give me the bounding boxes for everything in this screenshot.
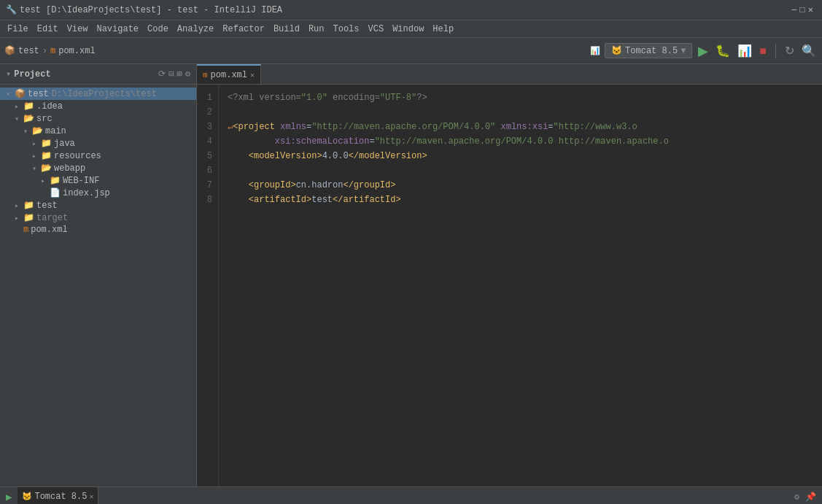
expand-all-icon[interactable]: ⊞ (177, 69, 182, 80)
editor-tabs: m pom.xml ✕ (197, 64, 822, 85)
code-line-4: xsi:schemaLocation="http://maven.apache.… (228, 134, 822, 149)
run-config-area: 📊 🐱 Tomcat 8.5 ▼ ▶ 🐛 📊 ■ ↻ 🔍 (590, 42, 818, 61)
menu-item-file[interactable]: File (3, 23, 33, 36)
menu-item-help[interactable]: Help (428, 23, 458, 36)
editor-area: m pom.xml ✕ 1 2 3 4 5 6 7 8 <?xml versio… (197, 64, 822, 486)
run-button[interactable]: ▶ (697, 42, 710, 61)
tree-label-src: src (36, 114, 53, 124)
breadcrumb-module[interactable]: test (18, 46, 39, 56)
run-tab-label: Tomcat 8.5 (34, 492, 87, 502)
tree-label-pomxml: pom.xml (31, 225, 67, 235)
tomcat-tab-icon: 🐱 (22, 492, 32, 501)
settings-icon[interactable]: ⚙ (185, 69, 190, 80)
menu-item-run[interactable]: Run (304, 23, 329, 36)
config-dropdown-icon: ▼ (681, 46, 686, 56)
module-icon: 📦 (4, 45, 15, 56)
title-bar: 🔧 test [D:\IdeaProjects\test] - test - I… (0, 0, 822, 20)
settings-icon-run[interactable]: ⚙ (794, 492, 799, 503)
sync-icon[interactable]: ⟳ (158, 69, 166, 80)
sidebar-header: ▾ Project ⟳ ⊟ ⊞ ⚙ (0, 64, 196, 85)
tree-label-java: java (54, 139, 75, 149)
toolbar: 📦 test › m pom.xml 📊 🐱 Tomcat 8.5 ▼ ▶ 🐛 … (0, 38, 822, 64)
tree-item-pomxml[interactable]: m pom.xml (0, 224, 196, 236)
folder-icon-target: 📁 (23, 212, 34, 223)
folder-icon-resources: 📁 (41, 150, 52, 161)
tree-label-root: test (28, 89, 49, 99)
tree-item-webinf[interactable]: ▸ 📁 WEB-INF (0, 174, 196, 187)
pom-icon: m (23, 225, 28, 235)
code-line-8: <artifactId>test</artifactId> (228, 193, 822, 207)
run-tab-tomcat[interactable]: 🐱 Tomcat 8.5 ✕ (18, 487, 98, 505)
window-title: test [D:\IdeaProjects\test] - test - Int… (20, 5, 282, 15)
title-icon: 🔧 (6, 4, 17, 15)
menu-item-build[interactable]: Build (269, 23, 304, 36)
debug-button[interactable]: 🐛 (714, 42, 732, 59)
collapse-all-icon[interactable]: ⊟ (168, 69, 174, 80)
menu-item-edit[interactable]: Edit (33, 23, 63, 36)
tree-item-target[interactable]: ▸ 📁 target (0, 212, 196, 224)
editor-content: 1 2 3 4 5 6 7 8 <?xml version="1.0" enco… (197, 85, 822, 486)
config-icon: 📊 (590, 46, 600, 55)
tree-item-java[interactable]: ▸ 📁 java (0, 137, 196, 150)
folder-icon-src: 📂 (23, 113, 34, 124)
folder-icon-java: 📁 (41, 138, 52, 149)
run-config-selector[interactable]: 🐱 Tomcat 8.5 ▼ (605, 43, 692, 58)
tree-item-src[interactable]: ▾ 📂 src (0, 112, 196, 125)
run-tab-close[interactable]: ✕ (89, 492, 93, 501)
tree-item-idea[interactable]: ▸ 📁 .idea (0, 100, 196, 112)
maximize-btn[interactable]: □ (800, 5, 805, 15)
tree-item-indexjsp[interactable]: 📄 index.jsp (0, 187, 196, 199)
menu-item-window[interactable]: Window (388, 23, 428, 36)
toolbar-sep (775, 44, 776, 58)
code-line-3: ↵<project xmlns="http://maven.apache.org… (228, 120, 822, 134)
menu-item-refactor[interactable]: Refactor (218, 23, 269, 36)
tree-label-webinf: WEB-INF (63, 176, 99, 186)
file-icon-jsp: 📄 (50, 187, 61, 198)
code-line-2 (228, 105, 822, 120)
sidebar-tree: ▾ 📦 test D:\IdeaProjects\test ▸ 📁 .idea … (0, 85, 196, 486)
sidebar: ▾ Project ⟳ ⊟ ⊞ ⚙ ▾ 📦 test D:\IdeaProjec… (0, 64, 197, 486)
sidebar-icons: ⟳ ⊟ ⊞ ⚙ (158, 69, 190, 80)
menu-item-view[interactable]: View (63, 23, 93, 36)
tree-item-root[interactable]: ▾ 📦 test D:\IdeaProjects\test (0, 88, 196, 100)
tree-label-test: test (36, 201, 58, 211)
tab-label: pom.xml (211, 70, 247, 80)
menu-item-vcs[interactable]: VCS (364, 23, 389, 36)
tree-item-main[interactable]: ▾ 📂 main (0, 125, 196, 137)
tab-close-btn[interactable]: ✕ (250, 71, 255, 80)
line-numbers: 1 2 3 4 5 6 7 8 (197, 85, 219, 486)
breadcrumb-file-icon: m (50, 46, 55, 56)
minimize-btn[interactable]: ─ (791, 5, 796, 15)
tree-item-resources[interactable]: ▸ 📁 resources (0, 150, 196, 162)
toolbar-breadcrumb: 📦 test › m pom.xml (4, 45, 96, 56)
close-btn[interactable]: ✕ (808, 4, 813, 15)
tree-label-main: main (45, 126, 66, 136)
sidebar-title: Project (14, 69, 50, 80)
sidebar-collapse-icon[interactable]: ▾ (6, 69, 11, 80)
pin-icon[interactable]: 📌 (805, 492, 816, 503)
menu-bar: FileEditViewNavigateCodeAnalyzeRefactorB… (0, 20, 822, 38)
tree-item-webapp[interactable]: ▾ 📂 webapp (0, 162, 196, 174)
folder-icon-main: 📂 (32, 125, 43, 136)
menu-item-analyze[interactable]: Analyze (173, 23, 218, 36)
tree-label-indexjsp: index.jsp (63, 188, 110, 198)
menu-item-code[interactable]: Code (143, 23, 173, 36)
module-icon: 📦 (15, 88, 26, 99)
folder-icon-webinf: 📁 (50, 175, 61, 186)
search-everywhere-button[interactable]: 🔍 (800, 42, 818, 59)
folder-icon-webapp: 📂 (41, 163, 52, 174)
code-area[interactable]: <?xml version="1.0" encoding="UTF-8"?> ↵… (219, 85, 822, 486)
tree-label-target: target (36, 213, 68, 223)
stop-button[interactable]: ■ (758, 43, 768, 59)
menu-item-tools[interactable]: Tools (329, 23, 364, 36)
menu-item-navigate[interactable]: Navigate (92, 23, 143, 36)
code-line-6 (228, 163, 822, 178)
tree-item-test[interactable]: ▸ 📁 test (0, 199, 196, 212)
update-button[interactable]: ↻ (783, 42, 796, 59)
breadcrumb-file[interactable]: pom.xml (58, 46, 95, 56)
run-icon: ▶ (6, 491, 12, 503)
main-layout: ▾ Project ⟳ ⊟ ⊞ ⚙ ▾ 📦 test D:\IdeaProjec… (0, 64, 822, 486)
run-coverage-button[interactable]: 📊 (736, 42, 753, 59)
run-panel-header: ▶ 🐱 Tomcat 8.5 ✕ ⚙ 📌 (0, 487, 822, 504)
editor-tab-pomxml[interactable]: m pom.xml ✕ (197, 64, 261, 84)
